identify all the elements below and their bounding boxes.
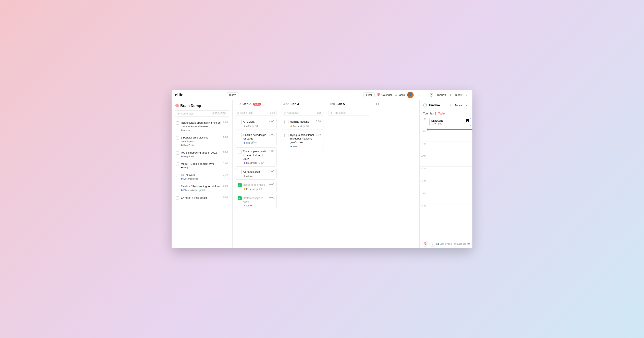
timebox-next-arrow[interactable]: › bbox=[464, 92, 469, 98]
timebox-today-badge: Today bbox=[438, 112, 446, 115]
day-add-task[interactable]: ⊕ Add a task 1:15 bbox=[282, 110, 324, 116]
tag-dot bbox=[181, 156, 182, 157]
help-footer-btn[interactable]: ? bbox=[430, 241, 435, 247]
cal-task-check[interactable] bbox=[284, 133, 288, 137]
cal-task-check[interactable] bbox=[238, 120, 242, 124]
task-meta: Blog Posts bbox=[181, 155, 222, 158]
sidebar-add-task[interactable]: ⊕ Add a task 0:00 / 16:56 bbox=[174, 110, 230, 117]
timebox-title: Timebox bbox=[435, 93, 446, 97]
tag-label: Admin bbox=[246, 175, 252, 177]
task-checkbox[interactable] bbox=[176, 136, 179, 140]
timebox-time-row: 7PM bbox=[420, 191, 472, 204]
tasks-icon: ☰ bbox=[394, 93, 397, 96]
time-slot-area[interactable] bbox=[428, 154, 472, 166]
data-sync-title: Data Sync bbox=[431, 119, 443, 122]
day-date: Jan 4 bbox=[291, 102, 299, 106]
day-add-task[interactable]: ⊕ Add a task 9:00 bbox=[235, 110, 277, 116]
forward-arrow[interactable]: → bbox=[416, 92, 422, 98]
day-header: Fr bbox=[373, 100, 419, 108]
cal-task-time: 0:00 bbox=[269, 183, 274, 186]
cal-task-header: The complete guide to time blocking in 2… bbox=[238, 150, 274, 161]
time-slot-area[interactable]: Data Sync 🅶 1:30 - 2:00 bbox=[428, 117, 472, 129]
cal-task-meta: Personal 🔗 3/3 bbox=[238, 188, 274, 191]
cal-task-check[interactable]: ✓ bbox=[238, 183, 242, 187]
cal-task-check[interactable] bbox=[284, 120, 288, 124]
cal-task-card[interactable]: Morning Routine 0:00 Personal 🔗 0/4 bbox=[282, 118, 324, 130]
sidebar-task-item[interactable]: Finalize Ellie branding for stickers Ell… bbox=[174, 182, 230, 193]
today-button[interactable]: Today bbox=[226, 92, 238, 97]
time-slot-area[interactable] bbox=[428, 142, 472, 154]
cal-task-check[interactable] bbox=[238, 150, 242, 154]
sidebar-task-item[interactable]: Top 5 timeboxing apps in 2022 Blog Posts… bbox=[174, 149, 230, 160]
sidebar-task-item[interactable]: 5 Popular time blocking techniques Blog … bbox=[174, 134, 230, 148]
task-time: 0:00 bbox=[223, 151, 228, 154]
day-name: Wed bbox=[282, 102, 289, 106]
task-time: 2:30 bbox=[223, 173, 228, 176]
day-add-task[interactable]: ⊕ Add a task bbox=[328, 110, 370, 116]
task-meta: Mogul bbox=[181, 166, 222, 169]
time-slot-area[interactable] bbox=[428, 167, 472, 179]
day-name: Thu bbox=[329, 102, 335, 106]
task-body: Mogul - Google contact sync Mogul bbox=[181, 162, 222, 169]
cal-task-title: Trying to select label in sidebar makes … bbox=[290, 133, 314, 144]
cal-task-check[interactable]: ✓ bbox=[238, 196, 242, 200]
task-meta: Ellie marketing bbox=[181, 178, 222, 180]
day-name: Tue bbox=[236, 102, 241, 106]
filter-button[interactable]: Filter bbox=[364, 92, 375, 97]
timebox-panel-header: 🕐 Timebox ‹ Today › bbox=[420, 100, 472, 110]
cal-task-title: Finalize new design for cards bbox=[243, 133, 268, 141]
tag-dot bbox=[244, 188, 245, 190]
cal-task-check[interactable] bbox=[238, 133, 242, 137]
header-right: Filter 📅 Calendar ☰ Tasks 👤 → bbox=[364, 92, 422, 98]
tasks-button[interactable]: ☰ Tasks bbox=[394, 93, 405, 96]
task-title: LA hotel -> little details bbox=[181, 196, 222, 200]
time-label: 4PM bbox=[420, 154, 428, 157]
task-body: TikTok work Ellie marketing bbox=[181, 173, 222, 180]
task-checkbox[interactable] bbox=[176, 196, 179, 200]
day-name: Fr bbox=[376, 102, 379, 106]
task-checkbox[interactable] bbox=[176, 162, 179, 166]
cal-task-title: Respond to emails bbox=[243, 183, 268, 187]
next-arrow[interactable]: → bbox=[241, 92, 246, 98]
cal-task-header: ✓ Respond to emails 0:00 bbox=[238, 183, 274, 187]
timebox-clock-icon: 🕐 bbox=[429, 93, 434, 97]
data-sync-card[interactable]: Data Sync 🅶 1:30 - 2:00 bbox=[430, 118, 471, 126]
tag-label: ellie bbox=[246, 142, 250, 144]
timebox-nav-next[interactable]: › bbox=[464, 102, 469, 108]
time-slot-area[interactable] bbox=[428, 179, 472, 191]
sidebar-task-item[interactable]: LA hotel -> little details 0:00 bbox=[174, 194, 230, 202]
timebox-prev-arrow[interactable]: ‹ bbox=[448, 92, 453, 98]
task-meta: Admin bbox=[181, 129, 222, 131]
sidebar-task-item[interactable]: Talk to David about having him be more s… bbox=[174, 119, 230, 133]
cal-task-card[interactable]: ✓ Draft message to Ashu 0:00 Admin bbox=[235, 194, 277, 209]
subtask-badge: 🔗 3/3 bbox=[256, 188, 262, 191]
cal-task-card[interactable]: APS work 4:00 APS 🔗 0/1 bbox=[235, 118, 277, 130]
avatar[interactable]: 👤 bbox=[407, 92, 414, 98]
task-checkbox[interactable] bbox=[176, 185, 179, 188]
task-checkbox[interactable] bbox=[176, 151, 179, 155]
task-body: Finalize Ellie branding for stickers Ell… bbox=[181, 184, 222, 191]
prev-arrow[interactable]: ← bbox=[218, 92, 224, 98]
sidebar-task-item[interactable]: Mogul - Google contact sync Mogul 2:00 bbox=[174, 160, 230, 171]
calendar-footer-btn[interactable]: 📅 bbox=[422, 241, 428, 247]
calendar-button[interactable]: 📅 Calendar bbox=[377, 93, 392, 96]
time-slot-area[interactable] bbox=[428, 129, 472, 142]
time-slot-area[interactable] bbox=[428, 204, 472, 216]
cal-task-title: All hands prep bbox=[243, 170, 268, 174]
cal-task-check[interactable] bbox=[238, 170, 242, 174]
task-checkbox[interactable] bbox=[176, 121, 179, 125]
cal-task-card[interactable]: Finalize new design for cards 2:00 ellie… bbox=[235, 131, 277, 146]
cal-task-card[interactable]: ✓ Respond to emails 0:00 Personal 🔗 3/3 bbox=[235, 181, 277, 193]
timebox-time-row: 2PM bbox=[420, 129, 472, 142]
cal-task-card[interactable]: The complete guide to time blocking in 2… bbox=[235, 147, 277, 167]
task-checkbox[interactable] bbox=[176, 174, 179, 177]
timebox-time-row: 3PM bbox=[420, 142, 472, 154]
brain-dump-header: 🧠 Brain Dump bbox=[172, 100, 232, 110]
timebox-nav-prev[interactable]: ‹ bbox=[448, 102, 453, 108]
time-slot-area[interactable] bbox=[428, 191, 472, 204]
day-header: Thu Jan 5 bbox=[326, 100, 372, 108]
timebox-time-row: 4PM bbox=[420, 154, 472, 167]
sidebar-task-item[interactable]: TikTok work Ellie marketing 2:30 bbox=[174, 171, 230, 182]
cal-task-card[interactable]: All hands prep 2:00 Admin bbox=[235, 168, 277, 180]
cal-task-card[interactable]: Trying to select label in sidebar makes … bbox=[282, 131, 324, 150]
